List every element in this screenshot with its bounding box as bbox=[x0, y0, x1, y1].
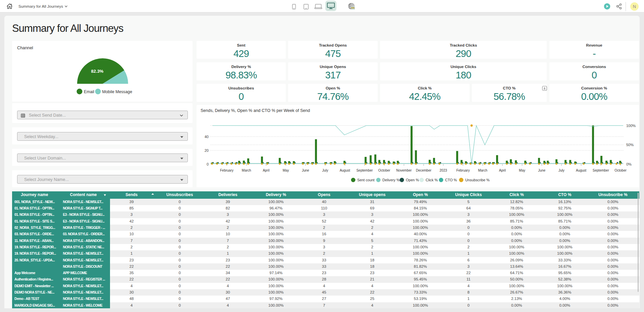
svg-text:40: 40 bbox=[205, 135, 209, 139]
svg-text:May: May bbox=[283, 169, 289, 172]
svg-text:0: 0 bbox=[207, 162, 209, 166]
svg-text:March: March bbox=[242, 169, 251, 172]
svg-text:March: March bbox=[478, 169, 487, 172]
svg-text:April: April bbox=[263, 169, 269, 172]
svg-text:February: February bbox=[456, 169, 470, 172]
svg-text:September: September bbox=[356, 169, 373, 172]
svg-text:Unsubscribe %: Unsubscribe % bbox=[465, 178, 490, 182]
svg-text:50%: 50% bbox=[626, 143, 634, 147]
svg-text:October: October bbox=[614, 169, 627, 172]
svg-text:April: April bbox=[499, 169, 506, 172]
svg-text:June: June bbox=[538, 169, 545, 172]
svg-text:July: July bbox=[322, 169, 328, 172]
svg-text:Sends, Delivery %, Open % and: Sends, Delivery %, Open % and CTO % per … bbox=[201, 108, 310, 113]
svg-text:Delivery %: Delivery % bbox=[382, 178, 400, 182]
svg-text:0%: 0% bbox=[626, 162, 632, 166]
svg-text:August: August bbox=[340, 169, 350, 172]
svg-text:July: July bbox=[558, 169, 565, 172]
svg-text:100%: 100% bbox=[626, 124, 636, 128]
svg-text:November: November bbox=[396, 169, 412, 172]
svg-text:May: May bbox=[519, 169, 525, 172]
svg-text:June: June bbox=[302, 169, 309, 172]
svg-text:Sent count: Sent count bbox=[357, 178, 375, 182]
svg-text:CTO %: CTO % bbox=[445, 178, 457, 182]
svg-text:2023: 2023 bbox=[440, 169, 447, 172]
svg-text:Open %: Open % bbox=[406, 178, 419, 182]
svg-text:September: September bbox=[593, 169, 609, 172]
svg-text:Mobile Message: Mobile Message bbox=[102, 89, 132, 94]
svg-text:August: August bbox=[576, 169, 586, 172]
svg-text:October: October bbox=[378, 169, 390, 172]
svg-text:December: December bbox=[416, 169, 432, 172]
svg-text:February: February bbox=[220, 169, 233, 172]
svg-text:20: 20 bbox=[205, 148, 209, 152]
svg-text:Click %: Click % bbox=[426, 178, 438, 182]
svg-text:82.3%: 82.3% bbox=[91, 69, 104, 74]
svg-text:Email: Email bbox=[84, 89, 94, 94]
